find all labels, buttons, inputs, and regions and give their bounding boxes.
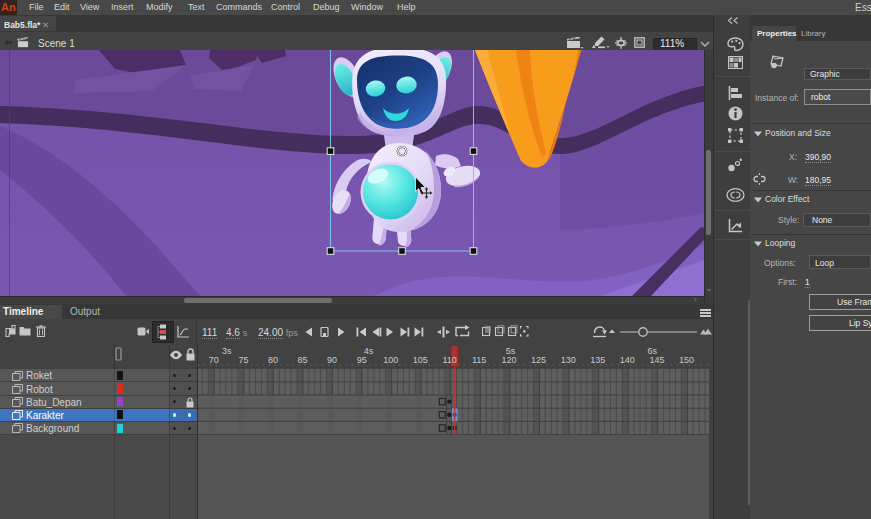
svg-text:130: 130 xyxy=(561,355,576,365)
svg-text:120: 120 xyxy=(502,355,517,365)
svg-text:105: 105 xyxy=(413,355,428,365)
svg-text:125: 125 xyxy=(531,355,546,365)
svg-text:4s: 4s xyxy=(364,346,374,356)
svg-text:95: 95 xyxy=(357,355,367,365)
svg-text:70: 70 xyxy=(209,355,219,365)
svg-text:75: 75 xyxy=(238,355,248,365)
svg-text:110: 110 xyxy=(442,355,456,365)
svg-text:140: 140 xyxy=(620,355,635,365)
svg-text:5s: 5s xyxy=(506,346,516,356)
svg-text:100: 100 xyxy=(383,355,398,365)
svg-text:6s: 6s xyxy=(648,346,658,356)
svg-text:115: 115 xyxy=(472,355,486,365)
svg-text:90: 90 xyxy=(327,355,337,365)
svg-text:3s: 3s xyxy=(222,346,232,356)
svg-text:145: 145 xyxy=(649,355,664,365)
svg-text:85: 85 xyxy=(298,355,308,365)
svg-text:135: 135 xyxy=(590,355,605,365)
svg-text:80: 80 xyxy=(268,355,278,365)
svg-text:150: 150 xyxy=(679,355,694,365)
